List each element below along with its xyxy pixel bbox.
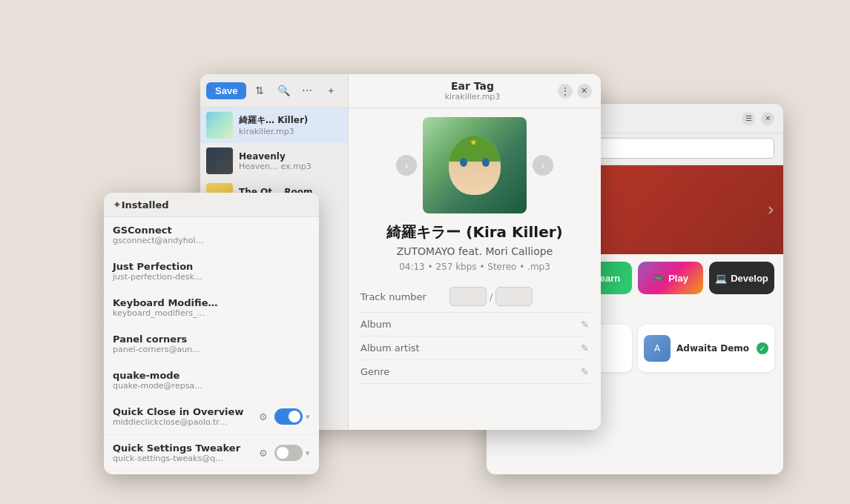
- play-icon: 🎮: [653, 273, 665, 284]
- album-artist-row: Album artist ✎: [360, 336, 589, 360]
- adwaita-check-icon: ✓: [757, 342, 768, 354]
- eartag-app-name: Ear Tag: [445, 80, 501, 92]
- adwaita-icon: A: [644, 335, 671, 362]
- adwaita-demo-card[interactable]: A Adwaita Demo ✓: [638, 325, 774, 372]
- track-name-1: 綺羅キ… Killer): [239, 114, 327, 127]
- ext-quake-name: quake-mode: [113, 370, 310, 381]
- eartag-filename: kirakiller.mp3: [445, 92, 501, 102]
- extensions-list: GSConnect gsconnect@andyhol… Just Perfec…: [104, 217, 319, 474]
- ext-panel-corners-name: Panel corners: [113, 334, 310, 345]
- eartag-window-title: Ear Tag kirakiller.mp3: [445, 80, 501, 102]
- ext-quick-settings-expand-button[interactable]: ▾: [306, 448, 310, 458]
- eartag-toolbar: Save ⇅ 🔍 ⋯ +: [200, 74, 348, 107]
- eartag-close-button[interactable]: ✕: [577, 84, 592, 99]
- sort-button[interactable]: ⇅: [249, 80, 270, 101]
- album-art-next-button[interactable]: ›: [533, 155, 553, 176]
- ext-quick-close-info: Quick Close in Overview middleclickclose…: [113, 406, 255, 427]
- album-art-section: ‹ ★: [360, 117, 589, 213]
- eartag-main-titlebar: Ear Tag kirakiller.mp3 ⋮ ✕: [349, 74, 601, 108]
- develop-button[interactable]: 💻 Develop: [709, 262, 774, 294]
- play-button[interactable]: 🎮 Play: [638, 262, 703, 294]
- track-thumb-1: [206, 112, 233, 139]
- ext-item-quake-mode: quake-mode quake-mode@repsa…: [104, 362, 319, 399]
- genre-edit-icon[interactable]: ✎: [581, 366, 589, 377]
- more-icon: ⋯: [302, 84, 312, 96]
- track-file-2: Heaven… ex.mp3: [239, 162, 327, 171]
- add-button[interactable]: +: [320, 80, 341, 101]
- ext-gsconnect-id: gsconnect@andyhol…: [113, 236, 246, 245]
- ext-item-quick-close: Quick Close in Overview middleclickclose…: [104, 399, 319, 435]
- ext-quick-close-id: middleclickclose@paolo.tr…: [113, 417, 246, 427]
- track-item-2[interactable]: Heavenly Heaven… ex.mp3 −: [200, 143, 348, 179]
- ext-quake-info: quake-mode quake-mode@repsa…: [113, 370, 310, 391]
- track-name-2: Heavenly: [239, 151, 327, 162]
- develop-label: Develop: [731, 273, 768, 284]
- ext-quick-close-expand-button[interactable]: ▾: [306, 412, 310, 422]
- search-button[interactable]: 🔍: [273, 80, 294, 101]
- album-art-image: ★: [423, 117, 527, 213]
- ext-quick-settings-gear-button[interactable]: ⚙: [255, 445, 271, 461]
- play-label: Play: [668, 273, 688, 284]
- save-button[interactable]: Save: [206, 82, 246, 99]
- search-icon: 🔍: [277, 84, 290, 96]
- album-label: Album: [360, 319, 449, 330]
- extensions-installed-label: Installed: [122, 199, 169, 210]
- ext-item-just-perfection: Just Perfection just-perfection-desk…: [104, 253, 319, 290]
- album-artist-edit-icon[interactable]: ✎: [581, 342, 589, 354]
- ext-quake-id: quake-mode@repsa…: [113, 381, 246, 391]
- track-number-separator: /: [490, 291, 492, 302]
- adwaita-name: Adwaita Demo: [676, 343, 749, 354]
- ext-keyboard-name: Keyboard Modifie…: [113, 297, 310, 308]
- ext-item-gsconnect: GSConnect gsconnect@andyhol…: [104, 217, 319, 253]
- track-thumb-2: [206, 147, 233, 174]
- extensions-star-icon: ✦: [113, 199, 122, 210]
- sort-icon: ⇅: [255, 84, 264, 96]
- ext-gsconnect-info: GSConnect gsconnect@andyhol…: [113, 225, 310, 245]
- ext-item-keyboard-modifiers: Keyboard Modifie… keyboard_modifiers_…: [104, 290, 319, 326]
- ext-quick-settings-id: quick-settings-tweaks@q…: [113, 454, 246, 463]
- track-item-1[interactable]: 綺羅キ… Killer) kirakiller.mp3 −: [200, 107, 348, 143]
- ext-quick-close-toggle[interactable]: [274, 408, 303, 425]
- track-info-2: Heavenly Heaven… ex.mp3: [239, 151, 327, 171]
- ext-quick-close-controls: ⚙ ▾: [255, 408, 310, 425]
- hero-chevron-icon: ›: [767, 199, 774, 220]
- add-icon: +: [328, 84, 334, 96]
- current-track-title: 綺羅キラー (Kira Killer): [360, 222, 589, 242]
- updates-window-controls: ☰ ✕: [742, 112, 774, 125]
- ext-just-perfection-name: Just Perfection: [113, 261, 310, 272]
- ext-panel-corners-id: panel-corners@aun…: [113, 345, 246, 354]
- updates-menu-button[interactable]: ☰: [742, 112, 755, 125]
- track-number-input[interactable]: [449, 287, 487, 306]
- ext-just-perfection-id: just-perfection-desk…: [113, 272, 246, 282]
- extensions-titlebar: ✦ Installed: [104, 193, 319, 217]
- ext-quick-settings-toggle[interactable]: [274, 445, 303, 461]
- ext-keyboard-id: keyboard_modifiers_…: [113, 308, 246, 318]
- ext-item-quick-settings: Quick Settings Tweaker quick-settings-tw…: [104, 435, 319, 471]
- eartag-content: ‹ ★: [349, 108, 601, 430]
- eartag-main: Ear Tag kirakiller.mp3 ⋮ ✕ ‹: [349, 74, 601, 430]
- more-button[interactable]: ⋯: [297, 80, 317, 101]
- ext-keyboard-info: Keyboard Modifie… keyboard_modifiers_…: [113, 297, 310, 318]
- ext-item-rounded-window: Rounded Window Cor… ⚙ ▾: [104, 471, 319, 474]
- genre-row: Genre ✎: [360, 360, 589, 384]
- genre-label: Genre: [360, 366, 449, 377]
- extensions-window: ✦ Installed GSConnect gsconnect@andyhol……: [104, 193, 319, 474]
- track-total-input[interactable]: [495, 287, 533, 306]
- ext-quick-close-name: Quick Close in Overview: [113, 406, 255, 417]
- ext-quick-settings-name: Quick Settings Tweaker: [113, 442, 255, 454]
- track-number-row: Track number /: [360, 281, 589, 313]
- eartag-menu-button[interactable]: ⋮: [558, 84, 573, 99]
- album-edit-icon[interactable]: ✎: [581, 319, 589, 330]
- ext-quick-settings-controls: ⚙ ▾: [255, 445, 310, 461]
- eartag-window-controls: ⋮ ✕: [558, 84, 592, 99]
- ext-just-perfection-info: Just Perfection just-perfection-desk…: [113, 261, 310, 282]
- current-track-artist: ZUTOMAYO feat. Mori Calliope: [360, 245, 589, 257]
- ext-quick-close-gear-button[interactable]: ⚙: [255, 408, 271, 425]
- current-track-meta: 04:13 • 257 kbps • Stereo • .mp3: [360, 262, 589, 272]
- album-artist-label: Album artist: [360, 342, 449, 354]
- ext-quick-settings-info: Quick Settings Tweaker quick-settings-tw…: [113, 442, 255, 463]
- track-info-1: 綺羅キ… Killer) kirakiller.mp3: [239, 114, 327, 136]
- album-art-prev-button[interactable]: ‹: [396, 155, 417, 176]
- updates-close-button[interactable]: ✕: [761, 112, 774, 125]
- track-number-inputs: /: [449, 287, 533, 306]
